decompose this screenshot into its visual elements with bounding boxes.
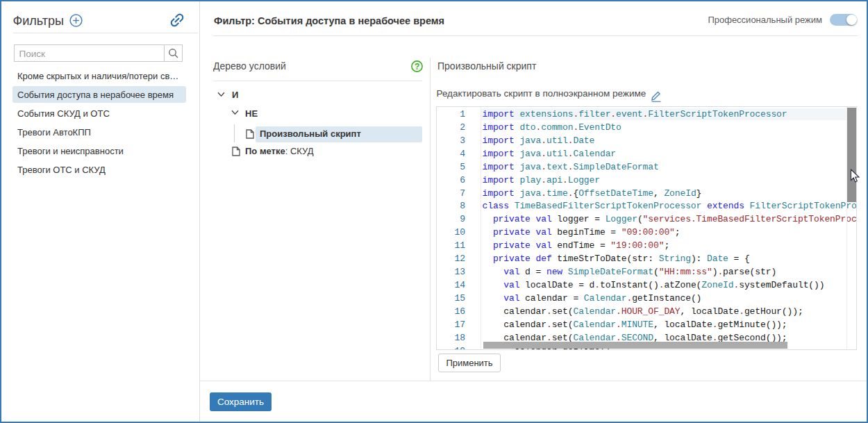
svg-text:?: ? xyxy=(414,62,419,72)
